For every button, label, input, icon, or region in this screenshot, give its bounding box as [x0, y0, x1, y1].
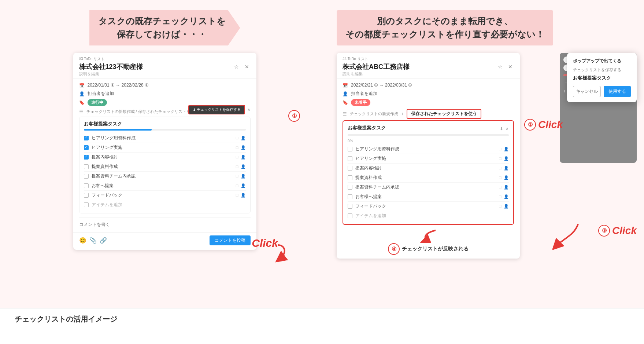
bookmark-icon: 🔖	[79, 100, 85, 105]
checkbox-6[interactable]	[84, 183, 89, 188]
left-modal-footer: 😊 📎 🔗 コメントを投稿	[73, 232, 256, 250]
reflected-label: チェックリストが反映される	[402, 246, 469, 252]
right-checkbox-6[interactable]	[348, 194, 352, 199]
attach-icon[interactable]: 📎	[89, 237, 97, 244]
left-item-2: ヒアリング実施 □👤	[84, 143, 246, 153]
right-item-3-actions: □👤	[499, 166, 509, 171]
list-icon: ☰	[79, 109, 84, 114]
item-2-actions: □👤	[236, 145, 246, 150]
right-status-row: 🔖 未着手	[343, 99, 514, 106]
item-6-actions: □👤	[236, 183, 246, 188]
left-star-icon[interactable]: ☆	[233, 63, 240, 70]
save-icon: ⬇	[193, 108, 196, 112]
item-7-actions: □👤	[236, 193, 246, 198]
right-checklist-new: チェックリストの新規作成	[350, 111, 398, 117]
person-icon: 👤	[79, 91, 85, 96]
left-task-title: 株式会社123不動産様	[79, 62, 143, 71]
link-icon[interactable]: 🔗	[100, 237, 107, 244]
left-heading: タスクの既存チェックリストを 保存しておけば・・・	[89, 10, 240, 45]
right-item-7-actions: □👤	[499, 204, 509, 209]
right-checkbox-7[interactable]	[348, 204, 352, 209]
right-calendar-icon: 📅	[343, 83, 348, 88]
checkbox-1[interactable]	[84, 136, 89, 140]
left-item-5: 提案資料チーム内承認 □👤	[84, 172, 246, 181]
emoji-icon[interactable]: 😊	[79, 237, 86, 244]
left-checklist-section: お客様提案タスク ヒアリング用資料作成 □👤 ヒ	[79, 117, 251, 213]
left-progress-wrap	[84, 129, 246, 131]
left-date: 2022/01/01 ① ～ 2022/02/28 ①	[88, 82, 149, 88]
right-item-4-actions: □👤	[499, 175, 509, 180]
popup-cancel-btn[interactable]: キャンセル	[573, 86, 601, 97]
right-modal-card: #4 ToDo リスト 株式会社ABC工務店様 説明を編集 ☆ ✕	[337, 53, 520, 259]
right-item-add: アイテムを追加	[348, 211, 509, 220]
download-icon[interactable]: ⬇	[500, 126, 503, 131]
checkbox-2[interactable]	[84, 145, 89, 150]
saved-checklist-btn[interactable]: 保存されたチェックリストを使う	[407, 109, 481, 119]
left-section-title: お客様提案タスク	[84, 121, 246, 127]
left-modal-header-icons: ☆ ✕	[233, 63, 251, 70]
right-item-5: 提案資料チーム内承認 □👤	[348, 183, 509, 192]
right-checkbox-5[interactable]	[348, 185, 352, 190]
left-heading-line1: タスクの既存チェックリストを	[98, 16, 226, 26]
right-item-6-actions: □👤	[499, 194, 509, 199]
checkbox-add[interactable]	[84, 202, 89, 207]
right-checkbox-add[interactable]	[348, 213, 352, 218]
chevron-up-icon: ∧	[247, 107, 251, 112]
right-checkbox-1[interactable]	[348, 147, 352, 151]
right-section-icons: ⬇ ∧	[500, 126, 509, 131]
left-item-3: 提案内容検討 □👤	[84, 153, 246, 162]
left-comment-input[interactable]	[79, 220, 251, 228]
right-item-5-actions: □👤	[499, 185, 509, 190]
step4-circle: ④	[388, 243, 400, 255]
plus-icon: +	[563, 89, 566, 94]
right-star-icon[interactable]: ☆	[496, 63, 504, 70]
right-task-num: #4 ToDo リスト	[343, 56, 410, 62]
checkbox-7[interactable]	[84, 193, 89, 198]
popup-modal: ポップアップで出てくる チェックリストを保存する お客様提案タスク キャンセル …	[567, 53, 637, 102]
right-date: 2022/02/21 ① ～ 2022/03/31 ①	[351, 82, 412, 88]
panels-row: タスクの既存チェックリストを 保存しておけば・・・ #3 ToDo リスト 株式…	[0, 0, 644, 308]
right-list-icon: ☰	[343, 111, 347, 117]
bottom-footer: チェックリストの活用イメージ	[0, 308, 644, 330]
left-heading-line2: 保存しておけば・・・	[117, 29, 207, 39]
right-modal-header-left: #4 ToDo リスト 株式会社ABC工務店様 説明を編集	[343, 56, 410, 77]
left-assignee-row: 👤 担当者を追加	[79, 91, 251, 97]
right-item-3: 提案内容検討 □👤	[348, 164, 509, 173]
right-modal-body: 📅 2022/02/21 ① ～ 2022/03/31 ① 👤 担当者を追加 🔖…	[337, 78, 520, 259]
right-checkbox-2[interactable]	[348, 156, 352, 161]
checkbox-3[interactable]	[84, 155, 89, 160]
right-column: 別のタスクにそのまま転用でき、 その都度チェックリストを作り直す必要がない！ #…	[322, 0, 644, 308]
right-checkbox-3[interactable]	[348, 166, 352, 171]
right-sidebar-area: ⚙ フィルター ✓ マイタスク ★ フォロー	[560, 53, 637, 259]
main-wrapper: タスクの既存チェックリストを 保存しておけば・・・ #3 ToDo リスト 株式…	[0, 0, 644, 344]
right-modal-wrap: #4 ToDo リスト 株式会社ABC工務店様 説明を編集 ☆ ✕	[337, 53, 555, 259]
right-checklist-section: お客様提案タスク ⬇ ∧ 0%	[343, 120, 514, 225]
item-3-actions: □👤	[236, 155, 246, 160]
step2-annotation: ② Click	[524, 119, 563, 131]
right-status-badge: 未着手	[351, 99, 370, 106]
left-comment-btn[interactable]: コメントを投稿	[210, 235, 251, 245]
popup-use-btn[interactable]: 使用する	[604, 86, 631, 97]
chevron-up-right-icon[interactable]: ∧	[506, 126, 509, 131]
step2-circle: ②	[524, 119, 536, 131]
right-close-icon[interactable]: ✕	[507, 63, 514, 70]
left-progress-bar	[84, 129, 152, 131]
right-content-area: #4 ToDo リスト 株式会社ABC工務店様 説明を編集 ☆ ✕	[337, 53, 637, 259]
left-column: タスクの既存チェックリストを 保存しておけば・・・ #3 ToDo リスト 株式…	[0, 0, 322, 308]
left-item-6: お客へ提案 □👤	[84, 181, 246, 191]
checkbox-5[interactable]	[84, 174, 89, 179]
left-modal-body: 📅 2022/01/01 ① ～ 2022/02/28 ① 👤 担当者を追加 🔖…	[73, 78, 256, 232]
right-item-1-actions: □👤	[499, 147, 509, 151]
left-checklist-label: チェックリストの新規作成 / 保存されたチェックリストを使う	[86, 109, 199, 114]
right-heading-line2: その都度チェックリストを作り直す必要がない！	[345, 29, 544, 39]
save-checklist-btn[interactable]: ⬇ チェックリストを保存する	[188, 105, 245, 114]
footer-label: チェックリストの活用イメージ	[15, 315, 117, 323]
right-item-1: ヒアリング用資料作成 □👤	[348, 144, 509, 154]
left-status-badge: 進行中	[88, 99, 107, 106]
step1-annotation: ①	[288, 110, 300, 122]
checkbox-4[interactable]	[84, 164, 89, 169]
right-checkbox-4[interactable]	[348, 175, 352, 180]
left-close-icon[interactable]: ✕	[243, 63, 251, 70]
right-heading: 別のタスクにそのまま転用でき、 その都度チェックリストを作り直す必要がない！	[337, 10, 553, 45]
right-bookmark-icon: 🔖	[343, 100, 348, 105]
